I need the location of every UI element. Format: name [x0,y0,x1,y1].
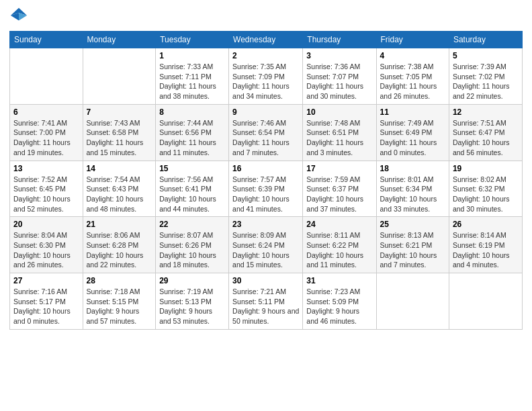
day-info: Sunrise: 8:01 AMSunset: 6:34 PMDaylight:… [380,175,445,214]
calendar-cell: 6Sunrise: 7:41 AMSunset: 7:00 PMDaylight… [10,104,83,161]
day-info: Sunrise: 7:36 AMSunset: 7:07 PMDaylight:… [306,62,372,101]
col-header-monday: Monday [83,32,156,48]
calendar-cell [83,48,156,105]
day-number: 13 [13,164,79,173]
day-number: 18 [380,164,445,173]
day-info: Sunrise: 8:02 AMSunset: 6:32 PMDaylight:… [453,175,519,214]
col-header-thursday: Thursday [303,32,376,48]
col-header-wednesday: Wednesday [229,32,303,48]
day-number: 7 [87,107,152,117]
day-info: Sunrise: 7:56 AMSunset: 6:41 PMDaylight:… [159,175,225,214]
day-info: Sunrise: 7:38 AMSunset: 7:05 PMDaylight:… [380,62,445,101]
day-info: Sunrise: 7:41 AMSunset: 7:00 PMDaylight:… [13,118,79,158]
day-info: Sunrise: 7:43 AMSunset: 6:58 PMDaylight:… [87,118,152,158]
day-number: 31 [306,276,372,285]
calendar-cell [449,273,522,330]
day-info: Sunrise: 8:09 AMSunset: 6:24 PMDaylight:… [232,230,299,270]
day-number: 27 [13,276,79,285]
calendar-table: SundayMondayTuesdayWednesdayThursdayFrid… [9,31,523,330]
col-header-sunday: Sunday [10,32,83,48]
day-info: Sunrise: 7:23 AMSunset: 5:09 PMDaylight:… [306,287,372,326]
calendar-cell: 29Sunrise: 7:19 AMSunset: 5:13 PMDayligh… [156,273,229,330]
day-info: Sunrise: 7:49 AMSunset: 6:49 PMDaylight:… [380,118,445,158]
day-info: Sunrise: 7:16 AMSunset: 5:17 PMDaylight:… [13,287,79,326]
calendar-cell: 28Sunrise: 7:18 AMSunset: 5:15 PMDayligh… [83,273,156,330]
day-info: Sunrise: 8:07 AMSunset: 6:26 PMDaylight:… [159,230,225,270]
week-row-0: 1Sunrise: 7:33 AMSunset: 7:11 PMDaylight… [10,48,523,105]
calendar-cell: 27Sunrise: 7:16 AMSunset: 5:17 PMDayligh… [10,273,83,330]
calendar-cell: 25Sunrise: 8:13 AMSunset: 6:21 PMDayligh… [376,217,449,273]
calendar-cell: 7Sunrise: 7:43 AMSunset: 6:58 PMDaylight… [83,104,156,161]
calendar-cell: 2Sunrise: 7:35 AMSunset: 7:09 PMDaylight… [229,48,303,105]
day-number: 10 [306,107,372,117]
calendar-cell: 19Sunrise: 8:02 AMSunset: 6:32 PMDayligh… [449,161,522,217]
calendar-cell: 4Sunrise: 7:38 AMSunset: 7:05 PMDaylight… [376,48,449,105]
calendar-cell: 17Sunrise: 7:59 AMSunset: 6:37 PMDayligh… [303,161,376,217]
day-info: Sunrise: 7:19 AMSunset: 5:13 PMDaylight:… [159,287,225,326]
day-info: Sunrise: 8:11 AMSunset: 6:22 PMDaylight:… [306,230,372,270]
day-number: 1 [159,51,225,60]
calendar-cell: 14Sunrise: 7:54 AMSunset: 6:43 PMDayligh… [83,161,156,217]
day-number: 23 [232,220,299,229]
calendar-cell [376,273,449,330]
day-info: Sunrise: 7:39 AMSunset: 7:02 PMDaylight:… [453,62,519,101]
col-header-tuesday: Tuesday [156,32,229,48]
calendar-cell: 9Sunrise: 7:46 AMSunset: 6:54 PMDaylight… [229,104,303,161]
day-number: 14 [87,164,152,173]
day-info: Sunrise: 7:18 AMSunset: 5:15 PMDaylight:… [87,287,152,326]
day-number: 16 [232,164,299,173]
week-row-3: 20Sunrise: 8:04 AMSunset: 6:30 PMDayligh… [10,217,523,273]
calendar-cell: 12Sunrise: 7:51 AMSunset: 6:47 PMDayligh… [449,104,522,161]
day-info: Sunrise: 7:54 AMSunset: 6:43 PMDaylight:… [87,175,152,214]
calendar-cell: 3Sunrise: 7:36 AMSunset: 7:07 PMDaylight… [303,48,376,105]
calendar-cell: 21Sunrise: 8:06 AMSunset: 6:28 PMDayligh… [83,217,156,273]
day-info: Sunrise: 8:04 AMSunset: 6:30 PMDaylight:… [13,230,79,270]
header [9,7,523,26]
day-info: Sunrise: 7:48 AMSunset: 6:51 PMDaylight:… [306,118,372,158]
logo [9,7,31,26]
calendar-cell: 18Sunrise: 8:01 AMSunset: 6:34 PMDayligh… [376,161,449,217]
day-number: 5 [453,51,519,60]
day-number: 9 [232,107,299,117]
day-number: 28 [87,276,152,285]
day-info: Sunrise: 8:13 AMSunset: 6:21 PMDaylight:… [380,230,445,270]
calendar-cell: 22Sunrise: 8:07 AMSunset: 6:26 PMDayligh… [156,217,229,273]
calendar-cell: 16Sunrise: 7:57 AMSunset: 6:39 PMDayligh… [229,161,303,217]
day-info: Sunrise: 8:06 AMSunset: 6:28 PMDaylight:… [87,230,152,270]
day-number: 4 [380,51,445,60]
calendar-cell: 15Sunrise: 7:56 AMSunset: 6:41 PMDayligh… [156,161,229,217]
day-info: Sunrise: 7:44 AMSunset: 6:56 PMDaylight:… [159,118,225,158]
week-row-1: 6Sunrise: 7:41 AMSunset: 7:00 PMDaylight… [10,104,523,161]
day-number: 8 [159,107,225,117]
day-number: 26 [453,220,519,229]
calendar-cell [10,48,83,105]
calendar-cell: 26Sunrise: 8:14 AMSunset: 6:19 PMDayligh… [449,217,522,273]
day-number: 25 [380,220,445,229]
day-info: Sunrise: 7:57 AMSunset: 6:39 PMDaylight:… [232,175,299,214]
calendar-cell: 10Sunrise: 7:48 AMSunset: 6:51 PMDayligh… [303,104,376,161]
day-number: 19 [453,164,519,173]
day-number: 29 [159,276,225,285]
day-info: Sunrise: 8:14 AMSunset: 6:19 PMDaylight:… [453,230,519,270]
calendar-cell: 24Sunrise: 8:11 AMSunset: 6:22 PMDayligh… [303,217,376,273]
calendar-cell: 13Sunrise: 7:52 AMSunset: 6:45 PMDayligh… [10,161,83,217]
calendar-header-row: SundayMondayTuesdayWednesdayThursdayFrid… [10,32,523,48]
week-row-2: 13Sunrise: 7:52 AMSunset: 6:45 PMDayligh… [10,161,523,217]
calendar-cell: 20Sunrise: 8:04 AMSunset: 6:30 PMDayligh… [10,217,83,273]
calendar-cell: 30Sunrise: 7:21 AMSunset: 5:11 PMDayligh… [229,273,303,330]
logo-icon [9,7,28,26]
calendar-cell: 1Sunrise: 7:33 AMSunset: 7:11 PMDaylight… [156,48,229,105]
calendar-cell: 8Sunrise: 7:44 AMSunset: 6:56 PMDaylight… [156,104,229,161]
calendar-cell: 5Sunrise: 7:39 AMSunset: 7:02 PMDaylight… [449,48,522,105]
day-number: 21 [87,220,152,229]
day-info: Sunrise: 7:35 AMSunset: 7:09 PMDaylight:… [232,62,299,101]
day-number: 22 [159,220,225,229]
day-number: 6 [13,107,79,117]
day-number: 2 [232,51,299,60]
day-info: Sunrise: 7:46 AMSunset: 6:54 PMDaylight:… [232,118,299,158]
day-info: Sunrise: 7:33 AMSunset: 7:11 PMDaylight:… [159,62,225,101]
day-info: Sunrise: 7:52 AMSunset: 6:45 PMDaylight:… [13,175,79,214]
day-number: 30 [232,276,299,285]
day-info: Sunrise: 7:59 AMSunset: 6:37 PMDaylight:… [306,175,372,214]
day-number: 15 [159,164,225,173]
